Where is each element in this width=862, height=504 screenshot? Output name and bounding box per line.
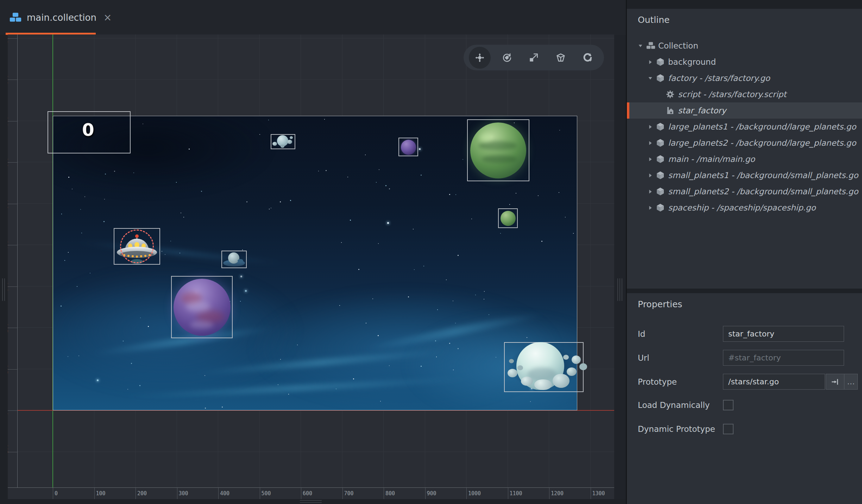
load-dynamically-label: Load Dynamically xyxy=(638,401,710,410)
id-label: Id xyxy=(638,329,645,339)
bottom-splitter-grip[interactable] xyxy=(300,500,322,503)
gameobject-icon xyxy=(656,203,667,212)
url-field[interactable] xyxy=(723,350,844,366)
gameobject-icon xyxy=(656,74,667,83)
load-dynamically-row: Load Dynamically xyxy=(627,400,862,410)
chevron-collapsed-icon[interactable] xyxy=(648,189,656,194)
chevron-collapsed-icon[interactable] xyxy=(648,140,656,145)
gameobject-icon xyxy=(656,171,667,180)
right-splitter[interactable] xyxy=(614,35,626,504)
left-gutter xyxy=(0,35,8,504)
asteroid xyxy=(579,363,587,370)
frustum-icon xyxy=(555,52,566,63)
outline-item-spaceship[interactable]: spaceship - /spaceship/spaceship.go xyxy=(627,200,862,216)
outline-item-label: script - /stars/factory.script xyxy=(678,90,786,99)
dynamic-prototype-row: Dynamic Prototype xyxy=(627,424,862,434)
gameobject-icon xyxy=(656,138,667,147)
collection-icon xyxy=(9,12,22,23)
outline-item-star_factory[interactable]: star_factory xyxy=(627,102,862,119)
tab-title: main.collection xyxy=(27,12,96,23)
horizontal-ruler: 0100200300400500600700800900100011001200… xyxy=(8,487,614,499)
outline-item-label: small_planets2 - /background/small_plane… xyxy=(668,187,858,196)
scene-toolbar xyxy=(464,45,604,70)
outline-item-label: small_planets1 - /background/small_plane… xyxy=(668,171,858,180)
load-dynamically-checkbox[interactable] xyxy=(723,400,734,410)
defold-editor-window: main.collection × 0 xyxy=(0,0,862,504)
chevron-collapsed-icon[interactable] xyxy=(648,124,656,129)
bottom-gutter xyxy=(0,499,626,504)
outline-tree: Collection background factory - /stars/f… xyxy=(627,38,862,216)
scale-icon xyxy=(528,52,539,63)
collection-icon xyxy=(646,42,657,50)
prototype-label: Prototype xyxy=(638,377,677,386)
gameobject-icon xyxy=(656,155,667,164)
chevron-collapsed-icon[interactable] xyxy=(648,173,656,178)
game-scene-background xyxy=(53,116,577,410)
vertical-ruler: 9008007006005004003002001000-100 xyxy=(8,34,18,487)
prototype-field[interactable] xyxy=(723,374,825,390)
outline-item-label: spaceship - /spaceship/spaceship.go xyxy=(668,203,816,212)
chevron-collapsed-icon[interactable] xyxy=(648,59,656,64)
tab-close-icon[interactable]: × xyxy=(103,12,112,23)
scene-editor-viewport[interactable]: 0 xyxy=(18,34,614,487)
outline-properties-splitter[interactable] xyxy=(627,289,862,293)
outline-item-small_planets2[interactable]: small_planets2 - /background/small_plane… xyxy=(627,183,862,200)
camera-rotate-tool-button[interactable] xyxy=(577,47,599,69)
url-property-row: Url xyxy=(627,350,862,366)
rotate-icon xyxy=(502,52,512,63)
outline-item-Collection[interactable]: Collection xyxy=(627,38,862,54)
outline-item-label: main - /main/main.go xyxy=(668,155,755,164)
rotate-tool-button[interactable] xyxy=(496,47,518,69)
script-icon xyxy=(666,90,677,99)
chevron-collapsed-icon[interactable] xyxy=(648,205,656,210)
left-splitter-grip[interactable] xyxy=(2,278,5,301)
outline-item-small_planets1[interactable]: small_planets1 - /background/small_plane… xyxy=(627,167,862,183)
outline-item-large_planets1[interactable]: large_planets1 - /background/large_plane… xyxy=(627,119,862,135)
outline-item-label: factory - /stars/factory.go xyxy=(668,74,770,83)
right-splitter-grip[interactable] xyxy=(617,278,622,301)
chevron-collapsed-icon[interactable] xyxy=(648,157,656,162)
tab-main-collection[interactable]: main.collection × xyxy=(6,0,115,35)
gameobject-icon xyxy=(656,187,667,196)
dynamic-prototype-checkbox[interactable] xyxy=(723,424,734,434)
id-field[interactable] xyxy=(723,326,844,342)
chevron-expanded-icon[interactable] xyxy=(648,76,656,81)
prototype-open-button[interactable] xyxy=(826,374,844,390)
camera-rotate-icon xyxy=(583,52,593,63)
outline-item-label: large_planets2 - /background/large_plane… xyxy=(668,138,856,147)
factory-icon xyxy=(666,106,677,115)
outline-item-label: star_factory xyxy=(678,106,726,115)
outline-item-large_planets2[interactable]: large_planets2 - /background/large_plane… xyxy=(627,135,862,151)
gameobject-icon xyxy=(656,57,667,67)
properties-title: Properties xyxy=(638,299,682,309)
dynamic-prototype-label: Dynamic Prototype xyxy=(638,424,715,434)
outline-item-background[interactable]: background xyxy=(627,54,862,70)
outline-item-label: large_planets1 - /background/large_plane… xyxy=(668,122,856,131)
url-label: Url xyxy=(638,353,649,363)
move-tool-button[interactable] xyxy=(469,47,491,69)
outline-item-script[interactable]: script - /stars/factory.script xyxy=(627,86,862,102)
outline-item-label: Collection xyxy=(658,41,698,50)
move-icon xyxy=(474,52,485,63)
right-panel: Outline Collection background factory - … xyxy=(627,0,862,504)
jump-to-icon xyxy=(831,378,839,386)
nebula-dark-patch xyxy=(53,116,271,194)
panel-top-strip xyxy=(627,0,862,9)
outline-item-label: background xyxy=(668,57,716,67)
scale-tool-button[interactable] xyxy=(523,47,545,69)
id-property-row: Id xyxy=(627,326,862,342)
gameobject-icon xyxy=(656,122,667,131)
outline-title: Outline xyxy=(638,15,669,25)
prototype-buttons: … xyxy=(826,374,858,390)
frustum-tool-button[interactable] xyxy=(550,47,572,69)
prototype-browse-button[interactable]: … xyxy=(844,374,858,390)
tab-bar: main.collection × xyxy=(0,0,626,35)
chevron-expanded-icon[interactable] xyxy=(638,43,646,48)
prototype-property-row: Prototype … xyxy=(627,374,862,390)
outline-item-factory[interactable]: factory - /stars/factory.go xyxy=(627,70,862,86)
outline-item-main[interactable]: main - /main/main.go xyxy=(627,151,862,167)
